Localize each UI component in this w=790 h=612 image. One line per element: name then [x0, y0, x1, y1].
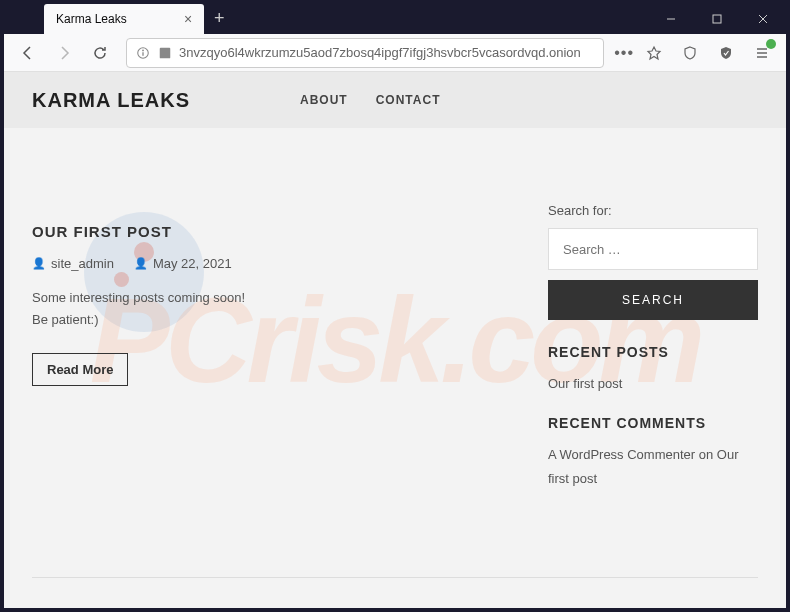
search-button[interactable]: SEARCH [548, 280, 758, 320]
site-info-icon[interactable] [135, 45, 151, 61]
author-name: site_admin [51, 256, 114, 271]
maximize-button[interactable] [694, 4, 740, 34]
menu-button[interactable] [746, 37, 778, 69]
read-more-button[interactable]: Read More [32, 353, 128, 386]
url-input[interactable] [179, 45, 595, 60]
search-input[interactable] [548, 228, 758, 270]
site-nav: ABOUT CONTACT [300, 93, 440, 107]
shield-icon[interactable] [674, 37, 706, 69]
footer-divider [32, 577, 758, 578]
sidebar: Search for: SEARCH RECENT POSTS Our firs… [548, 158, 758, 510]
reload-button[interactable] [84, 37, 116, 69]
search-label: Search for: [548, 203, 758, 218]
svg-rect-7 [160, 47, 171, 58]
security-level-icon[interactable] [710, 37, 742, 69]
svg-point-5 [142, 49, 144, 51]
new-tab-button[interactable]: + [204, 4, 235, 33]
site-title[interactable]: KARMA LEAKS [32, 89, 190, 112]
svg-rect-1 [713, 15, 721, 23]
main-column: OUR FIRST POST 👤 site_admin 👤 May 22, 20… [32, 158, 508, 510]
titlebar: Karma Leaks × + [4, 4, 786, 34]
nav-contact[interactable]: CONTACT [376, 93, 441, 107]
post-title[interactable]: OUR FIRST POST [32, 223, 508, 240]
recent-comments-title: RECENT COMMENTS [548, 415, 758, 431]
browser-toolbar: ••• [4, 34, 786, 72]
window-controls [648, 4, 786, 34]
post-date[interactable]: 👤 May 22, 2021 [134, 256, 232, 271]
person-icon: 👤 [32, 257, 46, 270]
nav-about[interactable]: ABOUT [300, 93, 348, 107]
post-author[interactable]: 👤 site_admin [32, 256, 114, 271]
comment-on-text: on [695, 447, 717, 462]
tab-title: Karma Leaks [56, 12, 172, 26]
menu-notification-badge [766, 39, 776, 49]
url-bar[interactable] [126, 38, 604, 68]
post-meta: 👤 site_admin 👤 May 22, 2021 [32, 256, 508, 271]
person-icon: 👤 [134, 257, 148, 270]
excerpt-line: Some interesting posts coming soon! [32, 287, 508, 309]
date-text: May 22, 2021 [153, 256, 232, 271]
permissions-icon[interactable] [157, 45, 173, 61]
browser-tab[interactable]: Karma Leaks × [44, 4, 204, 34]
minimize-button[interactable] [648, 4, 694, 34]
forward-button[interactable] [48, 37, 80, 69]
recent-post-link[interactable]: Our first post [548, 376, 622, 391]
bookmark-icon[interactable] [638, 37, 670, 69]
commenter-link[interactable]: A WordPress Commenter [548, 447, 695, 462]
recent-posts-title: RECENT POSTS [548, 344, 758, 360]
close-button[interactable] [740, 4, 786, 34]
back-button[interactable] [12, 37, 44, 69]
site-header: KARMA LEAKS ABOUT CONTACT [4, 72, 786, 128]
recent-comment-item: A WordPress Commenter on Our first post [548, 443, 758, 490]
tab-close-icon[interactable]: × [180, 11, 196, 27]
excerpt-line: Be patient:) [32, 309, 508, 331]
recent-posts-list: Our first post [548, 372, 758, 395]
page-body: OUR FIRST POST 👤 site_admin 👤 May 22, 20… [4, 128, 786, 540]
post-excerpt: Some interesting posts coming soon! Be p… [32, 287, 508, 331]
browser-window: Karma Leaks × + ••• PCrisk.com [0, 0, 790, 612]
page-actions-icon[interactable]: ••• [614, 44, 634, 62]
page-content: PCrisk.com KARMA LEAKS ABOUT CONTACT OUR… [4, 72, 786, 608]
